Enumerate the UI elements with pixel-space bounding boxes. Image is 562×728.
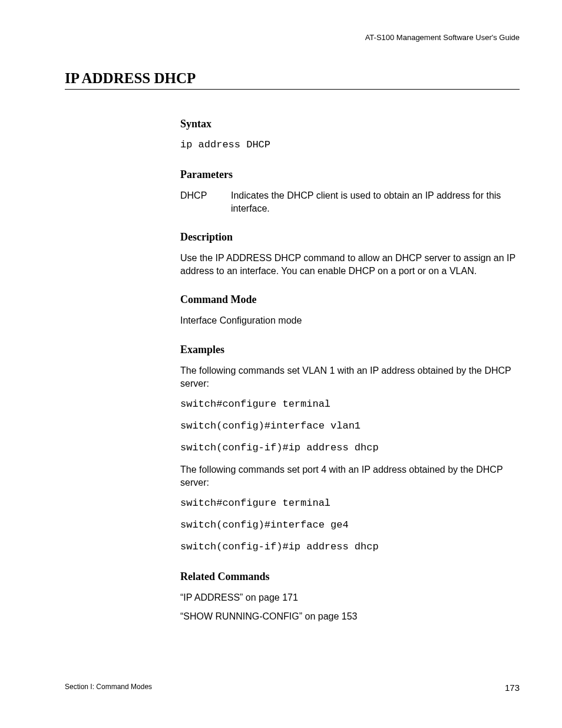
examples-intro-1: The following commands set VLAN 1 with a… bbox=[180, 364, 520, 390]
parameter-row: DHCP Indicates the DHCP client is used t… bbox=[180, 189, 520, 215]
command-mode-text: Interface Configuration mode bbox=[180, 314, 520, 327]
page-title: IP ADDRESS DHCP bbox=[65, 70, 520, 90]
page-footer: Section I: Command Modes 173 bbox=[65, 683, 520, 693]
examples-intro-2: The following commands set port 4 with a… bbox=[180, 463, 520, 489]
examples-heading: Examples bbox=[180, 344, 520, 356]
parameter-term: DHCP bbox=[180, 189, 231, 215]
parameter-definition: Indicates the DHCP client is used to obt… bbox=[231, 189, 520, 215]
description-heading: Description bbox=[180, 231, 520, 243]
example-code-2c: switch(config-if)#ip address dhcp bbox=[180, 541, 520, 554]
running-header: AT-S100 Management Software User's Guide bbox=[65, 33, 520, 42]
syntax-heading: Syntax bbox=[180, 118, 520, 130]
example-code-1c: switch(config-if)#ip address dhcp bbox=[180, 442, 520, 455]
related-command-link[interactable]: “IP ADDRESS” on page 171 bbox=[180, 591, 520, 604]
syntax-code: ip address DHCP bbox=[180, 139, 520, 152]
description-text: Use the IP ADDRESS DHCP command to allow… bbox=[180, 252, 520, 277]
parameters-heading: Parameters bbox=[180, 169, 520, 181]
page-number: 173 bbox=[505, 683, 520, 693]
related-commands-heading: Related Commands bbox=[180, 571, 520, 583]
example-code-2b: switch(config)#interface ge4 bbox=[180, 519, 520, 532]
related-command-link[interactable]: “SHOW RUNNING-CONFIG” on page 153 bbox=[180, 610, 520, 623]
footer-section-label: Section I: Command Modes bbox=[65, 683, 152, 693]
example-code-2a: switch#configure terminal bbox=[180, 497, 520, 510]
content-body: Syntax ip address DHCP Parameters DHCP I… bbox=[180, 118, 520, 622]
example-code-1a: switch#configure terminal bbox=[180, 398, 520, 411]
command-mode-heading: Command Mode bbox=[180, 294, 520, 306]
example-code-1b: switch(config)#interface vlan1 bbox=[180, 420, 520, 433]
